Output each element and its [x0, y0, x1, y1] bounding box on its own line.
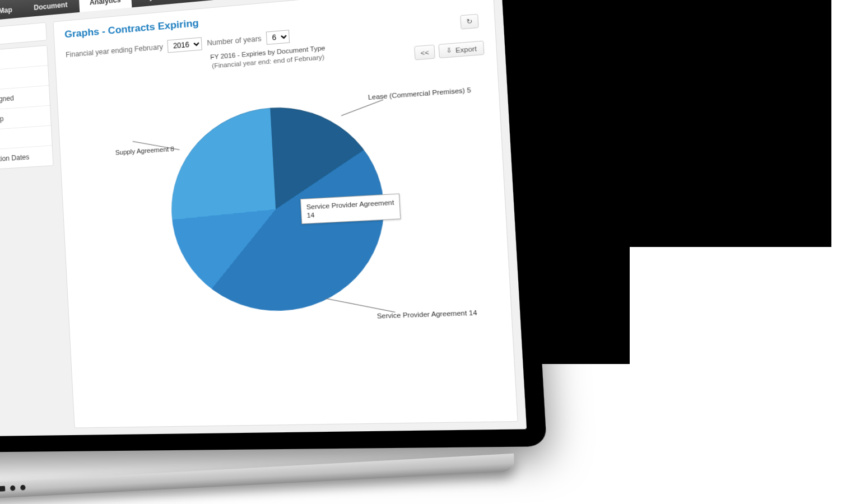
sidebar-graph-list: Reconciliation Contracts Expiring Contra… — [0, 45, 54, 172]
filter-year-label: Financial year ending February — [66, 43, 163, 59]
sidebar-item-escalation-dates[interactable]: Upcoming Escalation Dates — [0, 146, 53, 172]
main-panel: Graphs - Contracts Expiring Financial ye… — [53, 0, 518, 428]
audio-jack-icon — [10, 486, 16, 491]
slice-label-service-provider: Service Provider Agreement 14 — [377, 309, 477, 319]
chart-toolbar: ↻ — [460, 13, 483, 30]
refresh-icon: ↻ — [466, 17, 473, 26]
prev-button[interactable]: << — [414, 45, 435, 60]
slice-label-lease: Lease (Commercial Premises) 5 — [368, 86, 472, 101]
chevrons-left-icon: << — [420, 48, 429, 56]
chart-tooltip: Service Provider Agreement 14 — [300, 193, 401, 224]
export-label: Export — [455, 45, 477, 54]
port-icon — [0, 486, 5, 493]
app-screen: Inbox MatterMap Document Analytics My Pr… — [0, 0, 527, 437]
sidebar-other-reports[interactable]: Other Reports — [0, 170, 55, 198]
filter-years-label: Number of years — [207, 35, 262, 48]
filter-year-select[interactable]: 2016 — [168, 37, 203, 53]
leader-line — [341, 99, 383, 116]
chart-area: Lease (Commercial Premises) 5 Supply Agr… — [67, 55, 503, 387]
audio-jack-icon — [20, 485, 26, 491]
refresh-button[interactable]: ↻ — [460, 14, 479, 30]
leader-line — [325, 298, 395, 312]
laptop-mockup: Inbox MatterMap Document Analytics My Pr… — [0, 0, 548, 470]
filter-years-select[interactable]: 6 — [266, 30, 290, 45]
slice-label-supply: Supply Agreement 8 — [80, 145, 174, 158]
export-icon: ⇩ — [446, 46, 452, 55]
